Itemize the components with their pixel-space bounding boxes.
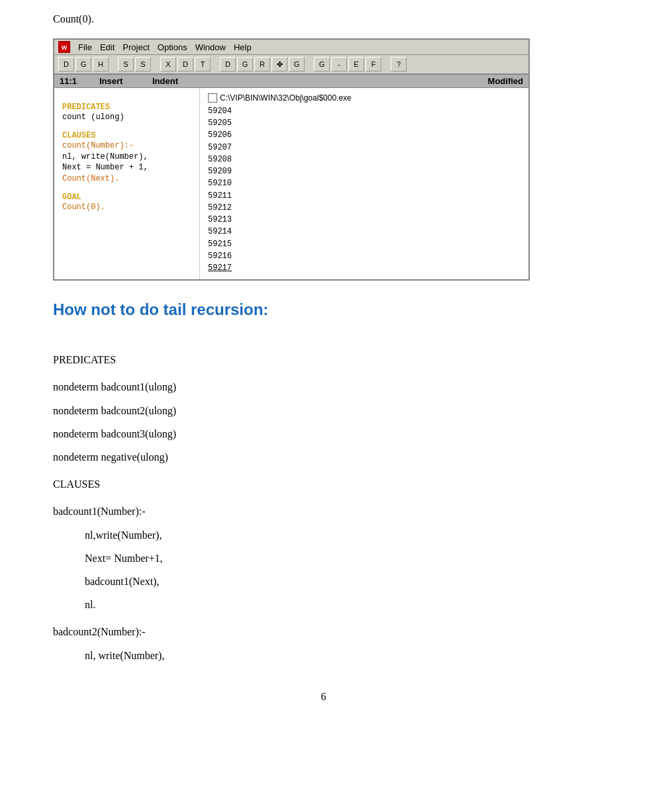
tb-btn4d[interactable]: ✤ [272,57,287,71]
tb-btn5d[interactable]: F [366,57,381,71]
menu-edit[interactable]: Edit [100,42,115,52]
count-body1: nl, write(Number), [62,152,191,163]
intro-text: Count(0). [53,13,594,25]
badcount1-body4: nl. [53,596,594,613]
badcount2-head: badcount2(Number):- [53,623,594,641]
line-59212: 59212 [208,202,521,214]
tb-save-btn[interactable]: H [93,57,109,71]
tb-copy-btn[interactable]: S [135,57,151,71]
count-body3: Count(Next). [62,173,191,185]
toolbar-group-1: D G H [58,57,109,71]
ide-body: PREDICATES count (ulong) CLAUSES count(N… [54,88,528,279]
badcount1-body3: badcount1(Next), [53,572,594,590]
count-body2: Next = Number + 1, [62,162,191,173]
badcount1-block: badcount1(Number):- nl,write(Number), Ne… [53,502,594,613]
menu-file[interactable]: File [78,42,92,52]
goal-label: GOAL [62,193,191,202]
line-numbers: 59204 59205 59206 59207 59208 59209 5921… [208,105,521,274]
col-modified-header: Modified [232,76,523,86]
predicate-1: nondeterm badcount1(ulong) [53,378,594,396]
line-59213: 59213 [208,214,521,226]
section-heading: How not to do tail recursion: [53,300,594,319]
line-59217: 59217 [208,262,521,274]
ide-file-path: C:\VIP\BIN\WIN\32\Obj\goal$000.exe [208,93,521,103]
tb-btn5c[interactable]: E [348,57,364,71]
predicate-2: nondeterm badcount2(ulong) [53,402,594,420]
toolbar-group-3: X D T [160,57,211,71]
clauses-section: CLAUSES [53,475,594,493]
toolbar-group-4: D G R ✤ G [220,57,305,71]
badcount1-head: badcount1(Number):- [53,502,594,520]
tb-cut-btn[interactable]: S [118,57,134,71]
line-59208: 59208 [208,154,521,165]
ide-logo: W [58,41,70,53]
tb-btn3a[interactable]: X [160,57,176,71]
file-path-text: C:\VIP\BIN\WIN\32\Obj\goal$000.exe [220,93,352,103]
predicates-section: PREDICATES [53,351,594,369]
predicate-4: nondeterm negative(ulong) [53,448,594,466]
page-number: 6 [53,691,594,703]
tb-btn4a[interactable]: D [220,57,236,71]
tb-btn5a[interactable]: G [314,57,330,71]
tb-btn4e[interactable]: G [289,57,305,71]
badcount1-body2: Next= Number+1, [53,549,594,567]
line-59204: 59204 [208,105,521,117]
menu-window[interactable]: Window [195,42,226,52]
tb-help-btn[interactable]: ? [391,57,407,71]
line-59205: 59205 [208,117,521,129]
ide-code-panel: PREDICATES count (ulong) CLAUSES count(N… [54,88,200,279]
menu-help[interactable]: Help [234,42,252,52]
tb-btn4b[interactable]: G [237,57,253,71]
ide-window: W File Edit Project Options Window Help … [53,38,530,281]
tb-btn4c[interactable]: R [254,57,270,71]
menu-project[interactable]: Project [123,42,149,52]
count-head: count(Number):- [62,140,191,152]
goal-line: Count(0). [62,202,191,213]
col-insert-header: Insert [99,76,152,86]
predicates-keyword: PREDICATES [53,351,594,369]
line-59214: 59214 [208,226,521,238]
tb-btn3b[interactable]: D [177,57,193,71]
col-line-header: 11:1 [60,76,99,86]
line-59215: 59215 [208,238,521,250]
line-59209: 59209 [208,165,521,177]
clauses-label: CLAUSES [62,131,191,140]
toolbar-group-5: G - E F [314,57,381,71]
clauses-keyword: CLAUSES [53,475,594,493]
file-icon [208,93,217,103]
line-59206: 59206 [208,129,521,141]
line-59210: 59210 [208,177,521,189]
badcount1-body1: nl,write(Number), [53,526,594,544]
menu-options[interactable]: Options [158,42,187,52]
line-59207: 59207 [208,142,521,154]
ide-column-header: 11:1 Insert Indent Modified [54,75,528,88]
predicate-lines: nondeterm badcount1(ulong) nondeterm bad… [53,378,594,466]
badcount2-block: badcount2(Number):- nl, write(Number), [53,623,594,664]
col-indent-header: Indent [152,76,232,86]
badcount2-body1: nl, write(Number), [53,647,594,664]
tb-open-btn[interactable]: G [75,57,91,71]
tb-btn5b[interactable]: - [331,57,347,71]
predicates-label: PREDICATES [62,103,191,112]
line-59211: 59211 [208,190,521,202]
ide-toolbar: D G H S S X D T D G R ✤ G G - E F [54,55,528,75]
line-59216: 59216 [208,250,521,262]
tb-btn3c[interactable]: T [195,57,211,71]
predicate-3: nondeterm badcount3(ulong) [53,425,594,443]
tb-new-btn[interactable]: D [58,57,74,71]
toolbar-group-2: S S [118,57,151,71]
ide-menubar: W File Edit Project Options Window Help [54,40,528,55]
count-predicate: count (ulong) [62,112,191,123]
ide-right-panel: C:\VIP\BIN\WIN\32\Obj\goal$000.exe 59204… [200,88,528,279]
